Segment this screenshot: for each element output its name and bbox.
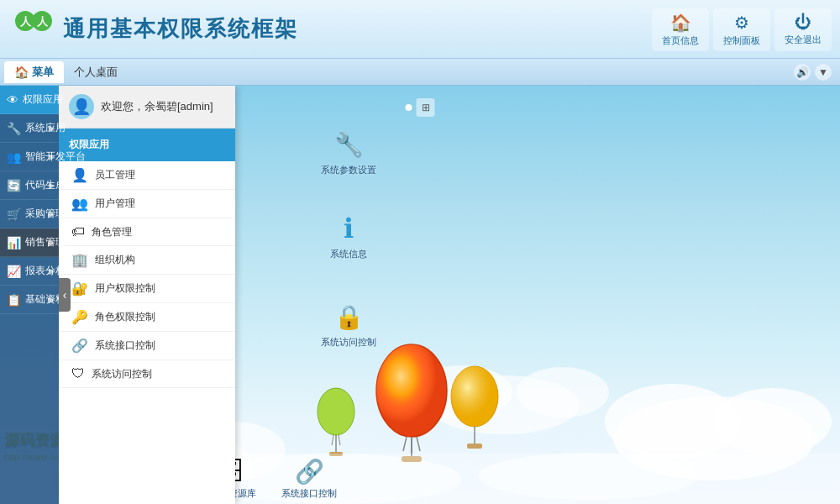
control-btn[interactable]: ⚙ 控制面板 <box>713 8 770 51</box>
sidebar-item-auth[interactable]: 👁 权限应用 <box>0 86 59 114</box>
sidebar-item-sales-label: 销售管理 <box>25 235 66 249</box>
gear-icon: ⚙ <box>734 13 749 33</box>
auth-icon: 👁 <box>7 93 18 107</box>
sub-menu-sys-if-label: 系统接口控制 <box>95 339 155 353</box>
exit-btn[interactable]: ⏻ 安全退出 <box>774 8 832 51</box>
user-mgmt-icon: 👥 <box>71 196 88 212</box>
menu-sidebar: 👁 权限应用 🔧 系统应用 ▶ 👥 智能开发平台 ▶ 🔄 代码生成器 ▶ 🛒 采… <box>0 86 59 504</box>
svg-line-24 <box>403 437 407 451</box>
codegen-icon: 🔄 <box>7 179 21 192</box>
tab-menu-label: 菜单 <box>32 65 54 80</box>
header-nav: 🏠 首页信息 ⚙ 控制面板 ⏻ 安全退出 <box>652 8 832 51</box>
tabs-bar: 🏠 菜单 个人桌面 🔊 ▼ <box>0 59 840 86</box>
sub-menu-user-perm[interactable]: 🔐 用户权限控制 <box>59 275 235 303</box>
nav-dots: ⊞ <box>406 98 435 117</box>
svg-point-21 <box>376 344 447 437</box>
sidebar-item-purchase[interactable]: 🛒 采购管理 ▶ <box>0 200 59 228</box>
sub-menu-org-label: 组织机构 <box>95 253 135 267</box>
sub-menu-role[interactable]: 🏷 角色管理 <box>59 218 235 246</box>
power-icon: ⏻ <box>795 13 811 32</box>
sidebar-item-report[interactable]: 📈 报表分析 ▶ <box>0 257 59 286</box>
control-btn-label: 控制面板 <box>723 34 760 47</box>
purchase-icon: 🛒 <box>7 207 21 221</box>
sub-menu-sys-access[interactable]: 🛡 系统访问控制 <box>59 360 235 388</box>
settings-tab-btn[interactable]: ▼ <box>815 64 832 81</box>
svg-line-19 <box>339 435 340 445</box>
sys-access-icon: 🛡 <box>71 366 85 381</box>
org-icon: 🏢 <box>71 252 88 268</box>
svg-text:人: 人 <box>36 15 49 28</box>
svg-text:人: 人 <box>19 15 32 28</box>
role-icon: 🏷 <box>71 224 85 239</box>
svg-point-5 <box>605 384 739 459</box>
sidebar-item-codegen[interactable]: 🔄 代码生成器 ▶ <box>0 171 59 200</box>
home-btn[interactable]: 🏠 首页信息 <box>652 8 709 51</box>
sound-btn[interactable]: 🔊 <box>794 64 811 81</box>
balloon-large-colorful <box>370 340 454 466</box>
svg-point-27 <box>451 366 498 427</box>
exit-btn-label: 安全退出 <box>785 34 822 46</box>
sub-menu-list: 👤 员工管理 👥 用户管理 🏷 角色管理 🏢 组织机构 🔐 用户权限控制 🔑 <box>59 161 235 388</box>
sys-access2-label: 系统访问控制 <box>321 336 376 349</box>
dev-icon: 👥 <box>7 150 21 164</box>
svg-line-18 <box>332 435 333 445</box>
sidebar-item-purchase-label: 采购管理 <box>25 207 66 221</box>
sub-menu-user-perm-label: 用户权限控制 <box>95 281 155 296</box>
sys-info-icon: ℹ <box>332 212 365 245</box>
dropdown-panel: 👤 欢迎您，余蜀碧[admin] 权限应用 👤 员工管理 👥 用户管理 🏷 角色… <box>59 86 235 504</box>
nav-grid-btn[interactable]: ⊞ <box>417 98 435 117</box>
sidebar-item-dev[interactable]: 👥 智能开发平台 ▶ <box>0 143 59 171</box>
balloon-medium-yellow <box>445 361 504 454</box>
sub-menu-role-perm[interactable]: 🔑 角色权限控制 <box>59 303 235 332</box>
home-btn-label: 首页信息 <box>662 34 699 47</box>
svg-line-25 <box>417 437 420 451</box>
logo-icon: 人 人 <box>13 8 55 50</box>
sub-menu-emp-label: 员工管理 <box>95 168 135 182</box>
sidebar-item-sys-label: 系统应用 <box>25 121 66 135</box>
sys-info-label: 系统信息 <box>330 248 367 260</box>
sys-params-icon: 🔧 <box>332 128 365 161</box>
sys-if-bicon: 🔗 <box>295 458 324 486</box>
app-title: 通用基本权限系统框架 <box>63 14 298 44</box>
home-icon: 🏠 <box>670 13 691 33</box>
sidebar-item-dev-label: 智能开发平台 <box>25 150 86 164</box>
user-avatar: 👤 <box>69 94 94 119</box>
base-icon: 📋 <box>7 293 21 307</box>
desktop-icon-sys-info[interactable]: ℹ 系统信息 <box>319 212 378 260</box>
svg-point-12 <box>517 367 609 417</box>
desktop-icon-sys-params[interactable]: 🔧 系统参数设置 <box>319 128 378 176</box>
tab-desktop[interactable]: 个人桌面 <box>64 61 128 83</box>
sidebar-item-base[interactable]: 📋 基础资料 ▶ <box>0 286 59 314</box>
report-icon: 📈 <box>7 265 21 278</box>
sidebar-item-sales[interactable]: 📊 销售管理 ▶ <box>0 228 59 257</box>
sub-menu-sys-access-label: 系统访问控制 <box>92 367 152 381</box>
sys-icon: 🔧 <box>7 122 21 135</box>
sales-icon: 📊 <box>7 236 21 249</box>
sidebar-item-sys[interactable]: 🔧 系统应用 ▶ <box>0 114 59 143</box>
sys-params-label: 系统参数设置 <box>321 164 376 176</box>
svg-point-6 <box>714 388 832 455</box>
menu-collapse-btn[interactable]: ‹ <box>59 278 71 312</box>
header: 人 人 通用基本权限系统框架 🏠 首页信息 ⚙ 控制面板 ⏻ 安全退出 <box>0 0 840 59</box>
tabs-right: 🔊 ▼ <box>794 64 832 81</box>
logo-area: 人 人 通用基本权限系统框架 <box>0 8 298 50</box>
tab-menu[interactable]: 🏠 菜单 <box>4 61 64 83</box>
sub-menu-role-label: 角色管理 <box>92 225 132 239</box>
sub-menu-org[interactable]: 🏢 组织机构 <box>59 246 235 275</box>
main-area: ⊞ 👁 权限应用 🔧 系统应用 ▶ 👥 智能开发平台 ▶ 🔄 代码生成器 ▶ 🛒… <box>0 86 840 504</box>
sys-if-icon: 🔗 <box>71 338 88 354</box>
sub-menu-user[interactable]: 👥 用户管理 <box>59 190 235 218</box>
sub-menu-user-label: 用户管理 <box>95 197 135 211</box>
sys-if-blabel: 系统接口控制 <box>281 487 337 500</box>
user-perm-icon: 🔐 <box>71 281 88 297</box>
svg-point-15 <box>318 388 354 435</box>
tab-desktop-label: 个人桌面 <box>74 65 118 80</box>
balloon-small-green <box>311 382 361 458</box>
bottom-icon-sys-if[interactable]: 🔗 系统接口控制 <box>281 458 337 500</box>
sub-menu-emp[interactable]: 👤 员工管理 <box>59 161 235 190</box>
sidebar-item-report-label: 报表分析 <box>25 264 66 278</box>
role-perm-icon: 🔑 <box>71 309 88 325</box>
sub-menu-sys-if[interactable]: 🔗 系统接口控制 <box>59 332 235 360</box>
user-header: 👤 欢迎您，余蜀碧[admin] <box>59 86 235 129</box>
nav-dot-1[interactable] <box>406 104 412 111</box>
